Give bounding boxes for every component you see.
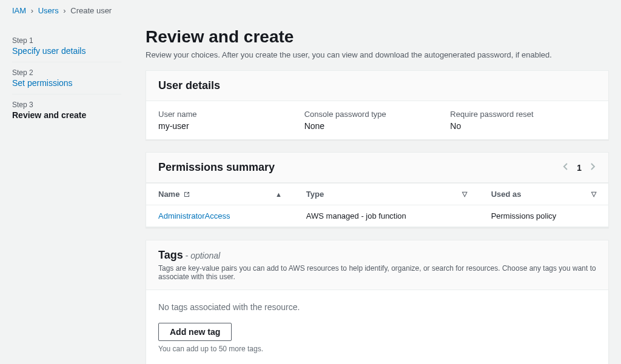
permissions-summary-panel: Permissions summary 1: [146, 152, 609, 228]
add-new-tag-button[interactable]: Add new tag: [158, 323, 232, 341]
table-header-used-as[interactable]: Used as ▽: [479, 184, 608, 205]
sort-icon: ▽: [591, 190, 596, 198]
breadcrumb-users[interactable]: Users: [38, 6, 59, 15]
step-label: Step 1: [12, 36, 121, 45]
pagination: 1: [562, 162, 596, 173]
pagination-prev-icon[interactable]: [562, 162, 568, 173]
breadcrumb-current: Create user: [70, 6, 112, 15]
panel-heading: Permissions summary: [158, 161, 275, 174]
tags-description: Tags are key-value pairs you can add to …: [158, 264, 596, 281]
breadcrumb: IAM › Users › Create user: [0, 0, 621, 18]
page-subtitle: Review your choices. After you create th…: [146, 50, 609, 59]
user-details-panel: User details User name my-user Console p…: [146, 70, 609, 140]
permissions-table: Name ▲ Type ▽: [146, 183, 608, 227]
detail-label-password-reset: Require password reset: [450, 110, 596, 119]
detail-label-password-type: Console password type: [304, 110, 451, 119]
table-row: AdministratorAccess AWS managed - job fu…: [146, 205, 608, 227]
pagination-next-icon[interactable]: [590, 162, 596, 173]
column-label: Type: [306, 190, 324, 199]
main-content: Review and create Review your choices. A…: [133, 18, 609, 364]
page-title: Review and create: [146, 27, 609, 47]
detail-value-username: my-user: [158, 121, 304, 131]
step-specify-user-details[interactable]: Specify user details: [12, 45, 121, 56]
column-label: Used as: [491, 190, 522, 199]
tags-panel: Tags - optional Tags are key-value pairs…: [146, 240, 609, 364]
detail-label-username: User name: [158, 110, 304, 119]
policy-used-as: Permissions policy: [479, 205, 608, 227]
panel-heading: User details: [146, 71, 608, 101]
policy-type: AWS managed - job function: [294, 205, 479, 227]
step-set-permissions[interactable]: Set permissions: [12, 77, 121, 88]
breadcrumb-iam[interactable]: IAM: [12, 6, 26, 15]
detail-value-password-type: None: [304, 121, 451, 131]
column-label: Name: [158, 190, 180, 199]
table-header-name[interactable]: Name ▲: [146, 184, 294, 205]
pagination-page-number: 1: [577, 163, 582, 173]
step-label: Step 3: [12, 101, 121, 109]
detail-value-password-reset: No: [450, 121, 596, 131]
sort-asc-icon: ▲: [275, 191, 282, 198]
external-link-icon: [183, 191, 190, 198]
no-tags-message: No tags associated with the resource.: [158, 302, 596, 312]
step-label: Step 2: [12, 68, 121, 77]
tags-hint: You can add up to 50 more tags.: [158, 345, 596, 353]
chevron-right-icon: ›: [31, 6, 33, 15]
policy-link[interactable]: AdministratorAccess: [158, 211, 230, 220]
step-review-and-create: Review and create: [12, 109, 121, 120]
chevron-right-icon: ›: [63, 6, 65, 15]
table-header-type[interactable]: Type ▽: [294, 184, 479, 205]
wizard-steps-sidebar: Step 1 Specify user details Step 2 Set p…: [12, 18, 133, 364]
panel-heading: Tags: [158, 249, 183, 261]
optional-label: - optional: [183, 251, 220, 260]
sort-icon: ▽: [462, 190, 467, 198]
